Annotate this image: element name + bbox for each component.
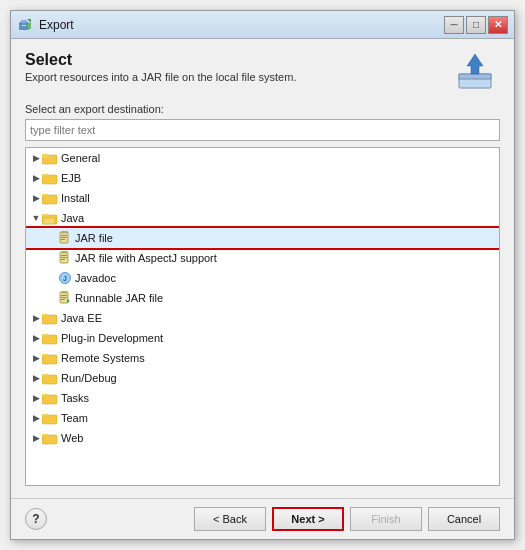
filter-input[interactable]: [25, 119, 500, 141]
tree-label-team: Team: [61, 412, 88, 424]
tree-item-jar-aspectj[interactable]: ▶ JAR file with AspectJ support: [26, 248, 499, 268]
chevron-icon: ▶: [30, 172, 42, 184]
folder-icon: [42, 391, 58, 405]
svg-text:J: J: [63, 275, 67, 282]
chevron-icon: ▶: [30, 392, 42, 404]
tree-label-remote-systems: Remote Systems: [61, 352, 145, 364]
jar-aspectj-icon: [58, 251, 72, 265]
tree-label-java: Java: [61, 212, 84, 224]
section-title: Select: [25, 51, 450, 69]
svg-rect-13: [42, 195, 57, 204]
section-desc: Export resources into a JAR file on the …: [25, 71, 450, 83]
tree-label-web: Web: [61, 432, 83, 444]
tree-label-java-ee: Java EE: [61, 312, 102, 324]
titlebar: Export ─ □ ✕: [11, 11, 514, 39]
svg-rect-32: [61, 297, 67, 298]
svg-rect-26: [61, 259, 65, 260]
back-button[interactable]: < Back: [194, 507, 266, 531]
minimize-button[interactable]: ─: [444, 16, 464, 34]
tree-container: ▶ General ▶ EJB ▶: [25, 147, 500, 486]
export-dialog: Export ─ □ ✕ Select Export resources int…: [10, 10, 515, 540]
svg-rect-37: [42, 314, 48, 316]
svg-rect-2: [22, 25, 26, 26]
main-content: Select Export resources into a JAR file …: [11, 39, 514, 498]
tree-item-tasks[interactable]: ▶ Tasks: [26, 388, 499, 408]
tree-item-remote-systems[interactable]: ▶ Remote Systems: [26, 348, 499, 368]
svg-rect-31: [61, 295, 67, 296]
titlebar-controls: ─ □ ✕: [444, 16, 508, 34]
tree-label-runnable-jar: Runnable JAR file: [75, 292, 163, 304]
close-button[interactable]: ✕: [488, 16, 508, 34]
svg-rect-46: [42, 415, 57, 424]
tree-item-web[interactable]: ▶ Web: [26, 428, 499, 448]
folder-icon: [42, 151, 58, 165]
tree-label-tasks: Tasks: [61, 392, 89, 404]
tree-item-javadoc[interactable]: ▶ J Javadoc: [26, 268, 499, 288]
svg-rect-47: [42, 414, 48, 416]
tree-item-java-ee[interactable]: ▶ Java EE: [26, 308, 499, 328]
svg-rect-39: [42, 334, 48, 336]
folder-icon: [42, 191, 58, 205]
svg-rect-24: [61, 255, 67, 256]
tree-item-install[interactable]: ▶ Install: [26, 188, 499, 208]
svg-rect-1: [21, 20, 27, 23]
svg-rect-48: [42, 435, 57, 444]
destination-label: Select an export destination:: [25, 103, 500, 115]
chevron-icon: ▶: [30, 332, 42, 344]
svg-rect-16: [42, 214, 48, 216]
tree-label-plugin-dev: Plug-in Development: [61, 332, 163, 344]
chevron-icon: ▶: [30, 312, 42, 324]
svg-rect-22: [62, 231, 67, 233]
header-row: Select Export resources into a JAR file …: [25, 51, 500, 93]
tree-item-plugin-dev[interactable]: ▶ Plug-in Development: [26, 328, 499, 348]
help-button[interactable]: ?: [25, 508, 47, 530]
chevron-icon: ▶: [30, 432, 42, 444]
svg-rect-43: [42, 374, 48, 376]
cancel-button[interactable]: Cancel: [428, 507, 500, 531]
svg-rect-12: [42, 174, 48, 176]
chevron-icon: ▶: [30, 152, 42, 164]
tree-item-runnable-jar[interactable]: ▶ Runnable JAR file: [26, 288, 499, 308]
svg-rect-25: [61, 257, 67, 258]
svg-rect-34: [62, 291, 67, 293]
svg-marker-17: [42, 218, 56, 224]
folder-icon: [42, 351, 58, 365]
tree-label-general: General: [61, 152, 100, 164]
tree-item-general[interactable]: ▶ General: [26, 148, 499, 168]
footer: ? < Back Next > Finish Cancel: [11, 498, 514, 539]
svg-rect-20: [61, 237, 67, 238]
svg-rect-14: [42, 194, 48, 196]
svg-rect-19: [61, 235, 67, 236]
chevron-icon: ▶: [30, 352, 42, 364]
export-graphic: [450, 51, 500, 93]
svg-rect-41: [42, 354, 48, 356]
svg-marker-35: [67, 299, 70, 303]
finish-button[interactable]: Finish: [350, 507, 422, 531]
tree-item-java[interactable]: ▼ Java: [26, 208, 499, 228]
folder-icon: [42, 371, 58, 385]
svg-rect-4: [28, 23, 31, 29]
tree-label-javadoc: Javadoc: [75, 272, 116, 284]
tree-item-ejb[interactable]: ▶ EJB: [26, 168, 499, 188]
svg-rect-45: [42, 394, 48, 396]
folder-icon: [42, 311, 58, 325]
folder-open-icon: [42, 211, 58, 225]
chevron-icon: ▶: [30, 192, 42, 204]
javadoc-icon: J: [58, 271, 72, 285]
svg-rect-21: [61, 239, 65, 240]
svg-rect-38: [42, 335, 57, 344]
tree-item-team[interactable]: ▶ Team: [26, 408, 499, 428]
tree-item-run-debug[interactable]: ▶ Run/Debug: [26, 368, 499, 388]
footer-buttons: < Back Next > Finish Cancel: [194, 507, 500, 531]
next-button[interactable]: Next >: [272, 507, 344, 531]
tree-label-install: Install: [61, 192, 90, 204]
chevron-icon: ▼: [30, 212, 42, 224]
folder-icon: [42, 411, 58, 425]
svg-rect-36: [42, 315, 57, 324]
maximize-button[interactable]: □: [466, 16, 486, 34]
titlebar-icon: [17, 17, 33, 33]
tree-item-jar-file[interactable]: ▶ JAR file: [26, 228, 499, 248]
svg-marker-7: [467, 54, 483, 74]
tree-items-area[interactable]: ▶ General ▶ EJB ▶: [26, 148, 499, 485]
svg-rect-27: [62, 251, 67, 253]
